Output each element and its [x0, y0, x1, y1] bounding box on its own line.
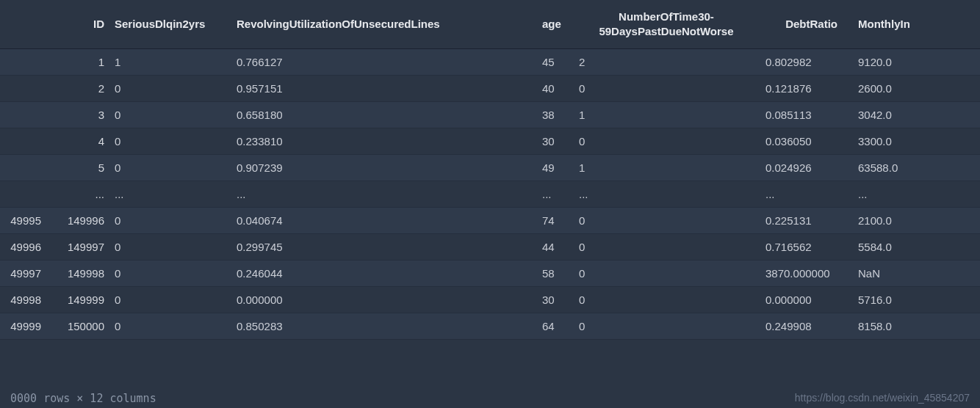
dataframe-table-container: ID SeriousDlqin2yrs RevolvingUtilization… — [0, 0, 980, 340]
cell-index: 49997 — [0, 260, 46, 286]
cell-revolv: 0.040674 — [231, 207, 536, 233]
footer: 0000 rows × 12 columns https://blog.csdn… — [10, 392, 970, 405]
table-row[interactable]: 4999814999900.0000003000.0000005716.0 — [0, 286, 980, 313]
cell-monthly: 3300.0 — [852, 128, 980, 154]
cell-index: 49996 — [0, 233, 46, 260]
cell-dlq: 0 — [109, 101, 231, 128]
cell-id: 150000 — [46, 313, 109, 339]
cell-dlq: 0 — [109, 286, 231, 313]
cell-revolv: ... — [231, 181, 536, 207]
cell-num30: 0 — [573, 233, 760, 260]
cell-index — [0, 128, 46, 154]
cell-index — [0, 101, 46, 128]
cell-id: 4 — [46, 128, 109, 154]
cell-num30: 0 — [573, 128, 760, 154]
cell-id: 149996 — [46, 207, 109, 233]
cell-index — [0, 75, 46, 101]
cell-index — [0, 181, 46, 207]
column-header-age[interactable]: age — [536, 0, 573, 48]
column-header-debt[interactable]: DebtRatio — [760, 0, 852, 48]
table-row[interactable]: 300.6581803810.0851133042.0 — [0, 101, 980, 128]
cell-age: 44 — [536, 233, 573, 260]
cell-age: 30 — [536, 128, 573, 154]
cell-debt: 0.036050 — [760, 128, 852, 154]
cell-revolv: 0.246044 — [231, 260, 536, 286]
column-header-num30[interactable]: NumberOfTime30-59DaysPastDueNotWorse — [573, 0, 760, 48]
cell-monthly: ... — [852, 181, 980, 207]
cell-debt: 0.085113 — [760, 101, 852, 128]
cell-revolv: 0.299745 — [231, 233, 536, 260]
column-header-monthly[interactable]: MonthlyIn — [852, 0, 980, 48]
table-row[interactable]: 4999514999600.0406747400.2251312100.0 — [0, 207, 980, 233]
table-row[interactable]: 4999915000000.8502836400.2499088158.0 — [0, 313, 980, 339]
cell-revolv: 0.907239 — [231, 154, 536, 181]
cell-dlq: 0 — [109, 128, 231, 154]
table-header: ID SeriousDlqin2yrs RevolvingUtilization… — [0, 0, 980, 48]
table-row[interactable]: 500.9072394910.02492663588.0 — [0, 154, 980, 181]
table-body: 110.7661274520.8029829120.0200.957151400… — [0, 48, 980, 339]
cell-dlq: 1 — [109, 48, 231, 75]
cell-monthly: 63588.0 — [852, 154, 980, 181]
cell-id: 2 — [46, 75, 109, 101]
cell-debt: ... — [760, 181, 852, 207]
cell-id: 149998 — [46, 260, 109, 286]
table-row[interactable]: ..................... — [0, 181, 980, 207]
cell-debt: 0.000000 — [760, 286, 852, 313]
cell-debt: 0.249908 — [760, 313, 852, 339]
cell-num30: ... — [573, 181, 760, 207]
cell-id: 149997 — [46, 233, 109, 260]
cell-monthly: 9120.0 — [852, 48, 980, 75]
cell-dlq: ... — [109, 181, 231, 207]
cell-age: 74 — [536, 207, 573, 233]
table-row[interactable]: 4999714999800.2460445803870.000000NaN — [0, 260, 980, 286]
cell-monthly: NaN — [852, 260, 980, 286]
column-header-dlq[interactable]: SeriousDlqin2yrs — [109, 0, 231, 48]
cell-revolv: 0.957151 — [231, 75, 536, 101]
column-header-revolv[interactable]: RevolvingUtilizationOfUnsecuredLines — [231, 0, 536, 48]
cell-id: 3 — [46, 101, 109, 128]
cell-age: 45 — [536, 48, 573, 75]
table-row[interactable]: 110.7661274520.8029829120.0 — [0, 48, 980, 75]
cell-dlq: 0 — [109, 313, 231, 339]
cell-monthly: 8158.0 — [852, 313, 980, 339]
cell-num30: 1 — [573, 154, 760, 181]
column-header-index[interactable] — [0, 0, 46, 48]
table-row[interactable]: 400.2338103000.0360503300.0 — [0, 128, 980, 154]
cell-dlq: 0 — [109, 154, 231, 181]
cell-age: 64 — [536, 313, 573, 339]
table-row[interactable]: 4999614999700.2997454400.7165625584.0 — [0, 233, 980, 260]
cell-id: 149999 — [46, 286, 109, 313]
cell-index — [0, 48, 46, 75]
watermark: https://blog.csdn.net/weixin_45854207 — [795, 392, 970, 405]
cell-num30: 1 — [573, 101, 760, 128]
cell-monthly: 5584.0 — [852, 233, 980, 260]
cell-revolv: 0.000000 — [231, 286, 536, 313]
cell-monthly: 3042.0 — [852, 101, 980, 128]
cell-dlq: 0 — [109, 75, 231, 101]
cell-revolv: 0.766127 — [231, 48, 536, 75]
cell-age: 58 — [536, 260, 573, 286]
table-row[interactable]: 200.9571514000.1218762600.0 — [0, 75, 980, 101]
cell-index: 49998 — [0, 286, 46, 313]
cell-monthly: 2600.0 — [852, 75, 980, 101]
cell-num30: 0 — [573, 75, 760, 101]
cell-age: 40 — [536, 75, 573, 101]
cell-num30: 0 — [573, 286, 760, 313]
cell-revolv: 0.850283 — [231, 313, 536, 339]
cell-age: ... — [536, 181, 573, 207]
cell-debt: 0.802982 — [760, 48, 852, 75]
cell-debt: 0.225131 — [760, 207, 852, 233]
cell-num30: 0 — [573, 313, 760, 339]
cell-revolv: 0.233810 — [231, 128, 536, 154]
cell-dlq: 0 — [109, 260, 231, 286]
cell-age: 49 — [536, 154, 573, 181]
row-count-summary: 0000 rows × 12 columns — [10, 392, 156, 405]
column-header-id[interactable]: ID — [46, 0, 109, 48]
cell-id: 5 — [46, 154, 109, 181]
cell-index — [0, 154, 46, 181]
cell-index: 49999 — [0, 313, 46, 339]
cell-num30: 2 — [573, 48, 760, 75]
cell-num30: 0 — [573, 260, 760, 286]
cell-age: 38 — [536, 101, 573, 128]
cell-index: 49995 — [0, 207, 46, 233]
